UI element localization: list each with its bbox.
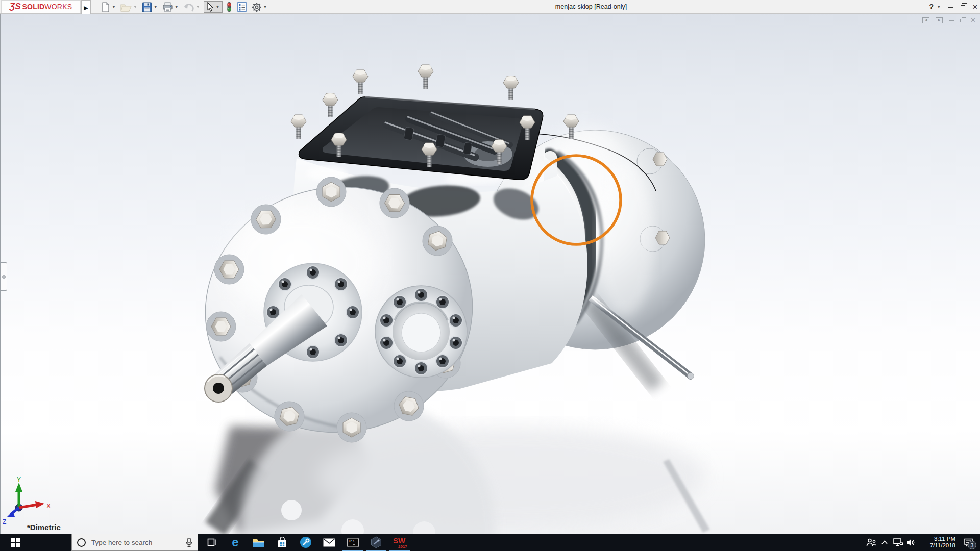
triad-y-label: Y — [17, 476, 21, 483]
action-center-button[interactable]: 3 — [960, 534, 977, 551]
command-prompt-button[interactable]: C:\ — [341, 534, 364, 551]
new-document-button[interactable]: ▼ — [100, 2, 117, 13]
save-floppy-icon — [142, 2, 152, 12]
file-explorer-button[interactable] — [247, 534, 271, 551]
open-document-button[interactable]: ▼ — [119, 2, 138, 12]
bearing-bore — [375, 286, 467, 378]
mail-icon — [323, 538, 335, 547]
svg-text:2017: 2017 — [398, 544, 407, 549]
view-orientation-label: *Dimetric — [27, 523, 61, 532]
dropdown-caret-icon[interactable]: ▼ — [133, 5, 137, 9]
options-list-button[interactable] — [236, 2, 248, 12]
orientation-triad: Y X Z — [3, 476, 51, 525]
save-button[interactable]: ▼ — [141, 2, 159, 13]
clock-time: 3:11 PM — [921, 536, 955, 542]
graphics-viewport[interactable]: Y X Z ◄ ► ✕ *Dimetric — [0, 14, 980, 534]
task-view-icon — [207, 538, 217, 547]
chevron-up-icon — [881, 540, 888, 544]
title-bar: ƷS SOLID WORKS ▶ ▼ ▼ — [0, 0, 980, 14]
print-button[interactable]: ▼ — [161, 2, 180, 13]
triad-x-label: X — [46, 503, 51, 510]
store-button[interactable] — [271, 534, 294, 551]
mail-button[interactable] — [317, 534, 341, 551]
microphone-icon[interactable] — [186, 538, 192, 547]
doc-close-button[interactable]: ✕ — [970, 17, 976, 23]
task-view-button[interactable] — [200, 534, 224, 551]
dropdown-caret-icon[interactable]: ▼ — [154, 5, 158, 9]
settings-button[interactable]: ▼ — [251, 2, 268, 13]
solidworks-window: ƷS SOLID WORKS ▶ ▼ ▼ — [0, 0, 980, 551]
open-folder-icon — [120, 3, 132, 12]
feature-tree-collapsed-tab[interactable] — [1, 262, 7, 291]
options-list-icon — [237, 2, 247, 12]
doc-restore-button[interactable] — [960, 19, 964, 22]
windows-logo-icon — [11, 538, 20, 547]
edge-icon: e — [232, 535, 238, 549]
wrench-circle-icon — [300, 536, 312, 548]
svg-text:C:\: C:\ — [349, 539, 355, 543]
svg-text:SW: SW — [393, 536, 406, 545]
taskbar-apps: e — [200, 534, 411, 551]
command-prompt-icon: C:\ — [347, 538, 359, 547]
triad-z-label: Z — [3, 518, 6, 525]
print-icon — [162, 2, 173, 12]
minimize-button[interactable] — [948, 7, 953, 8]
pane-left-button[interactable]: ◄ — [922, 17, 929, 23]
dropdown-caret-icon[interactable]: ▼ — [263, 5, 267, 9]
new-document-icon — [101, 2, 110, 12]
solidworks-2017-icon: SW 2017 — [392, 536, 407, 549]
taskbar-search[interactable]: Type here to search — [71, 534, 198, 551]
pane-right-button[interactable]: ► — [936, 17, 943, 23]
select-tool-button[interactable]: ▼ — [204, 1, 223, 13]
system-tray: 3:11 PM 7/11/2018 3 — [865, 534, 977, 551]
dropdown-caret-icon[interactable]: ▼ — [175, 5, 179, 9]
volume-icon — [906, 539, 916, 546]
document-title: menjac sklop [Read-only] — [555, 3, 627, 10]
ds-logo-mark: ƷS — [10, 2, 21, 12]
traffic-light-icon — [226, 2, 232, 12]
undo-button[interactable]: ▼ — [182, 2, 201, 12]
hexagon-app-icon — [370, 536, 382, 548]
dropdown-caret-icon[interactable]: ▼ — [112, 5, 116, 9]
dev-hexagon-button[interactable] — [364, 534, 388, 551]
doc-minimize-button[interactable] — [949, 20, 954, 21]
people-icon — [866, 538, 876, 546]
display-settings-button[interactable] — [225, 1, 233, 13]
window-controls: ? ▼ ✕ — [929, 0, 978, 14]
restore-button[interactable] — [961, 5, 965, 9]
people-button[interactable] — [865, 534, 878, 551]
notification-badge: 3 — [968, 541, 976, 549]
volume-button[interactable] — [904, 534, 918, 551]
dropdown-caret-icon[interactable]: ▼ — [216, 5, 220, 9]
start-button[interactable] — [0, 534, 31, 551]
hidden-icons-button[interactable] — [878, 534, 891, 551]
taskbar-clock[interactable]: 3:11 PM 7/11/2018 — [921, 536, 955, 549]
network-icon — [893, 538, 903, 546]
panel-tab-dot-icon — [2, 275, 6, 279]
undo-arrow-icon — [183, 3, 194, 12]
edge-button[interactable]: e — [224, 534, 247, 551]
help-caret-icon[interactable]: ▼ — [937, 5, 941, 9]
logo-works: WORKS — [44, 3, 72, 11]
dropdown-caret-icon[interactable]: ▼ — [196, 5, 200, 9]
quick-access-toolbar: ▼ ▼ ▼ — [100, 0, 271, 14]
search-placeholder: Type here to search — [91, 539, 186, 546]
select-cursor-icon — [206, 2, 214, 12]
windows-taskbar: Type here to search e — [0, 534, 980, 551]
solidworks-logo: ƷS SOLID WORKS — [1, 0, 81, 13]
clock-date: 7/11/2018 — [921, 542, 955, 549]
menu-flyout-button[interactable]: ▶ — [81, 0, 91, 16]
file-explorer-icon — [253, 538, 265, 547]
help-button[interactable]: ? — [929, 0, 934, 14]
store-icon — [277, 537, 287, 548]
close-button[interactable]: ✕ — [972, 0, 978, 14]
settings-gear-icon — [252, 2, 262, 12]
settings-tool-button[interactable] — [294, 534, 317, 551]
document-window-controls: ◄ ► ✕ — [922, 17, 976, 23]
solidworks-taskbar-button[interactable]: SW 2017 — [388, 534, 411, 551]
cortana-icon — [77, 538, 86, 547]
gearbox-3d-model: Y X Z — [1, 14, 980, 534]
logo-solid: SOLID — [22, 3, 45, 11]
network-button[interactable] — [891, 534, 904, 551]
